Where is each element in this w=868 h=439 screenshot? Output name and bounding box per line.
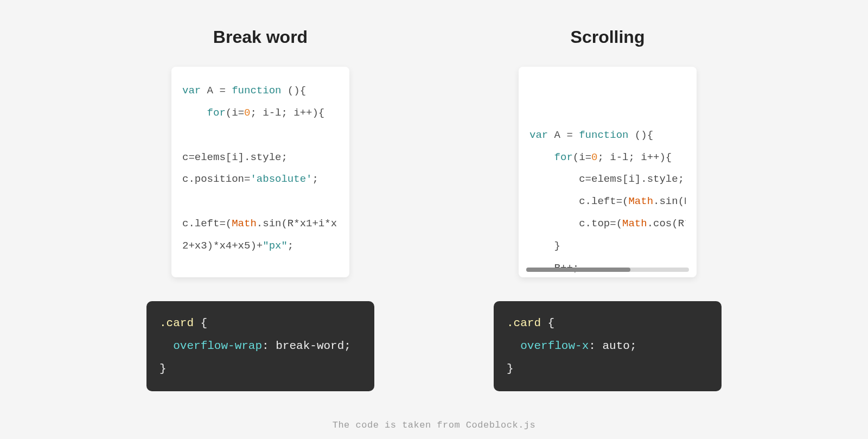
css-snippet-break: .card { overflow-wrap: break-word; } — [146, 301, 374, 391]
code-token: Math — [232, 218, 257, 230]
code-token: (i= — [573, 151, 591, 163]
css-property: overflow-wrap — [173, 340, 262, 352]
code-token: c.top=( — [529, 218, 622, 230]
code-token: Math — [628, 195, 653, 207]
columns-wrap: Break word var A = function (){ for(i=0;… — [0, 0, 868, 391]
code-token: c.position= — [182, 173, 250, 185]
css-value: break-word — [276, 340, 344, 352]
code-token: (i= — [226, 107, 244, 119]
css-selector: .card — [159, 317, 194, 329]
code-token: 'absolute' — [250, 173, 312, 185]
code-token: A = — [554, 129, 579, 141]
code-card-scroll[interactable]: var A = function (){ for(i=0; i-l; i++){… — [519, 67, 697, 277]
code-token: (){ — [288, 85, 306, 97]
code-token: } — [529, 240, 560, 252]
code-token: function — [579, 129, 635, 141]
column-break-word: Break word var A = function (){ for(i=0;… — [146, 27, 374, 391]
code-token: Math — [622, 218, 647, 230]
code-token: for — [207, 107, 226, 119]
code-token: c.left=( — [182, 218, 232, 230]
code-token: 0 — [244, 107, 250, 119]
code-token: ; i-l; i++){ — [250, 107, 324, 119]
code-token: ; i-l; i++){ — [597, 151, 672, 163]
code-token: var — [182, 85, 207, 97]
code-token: ; — [312, 173, 318, 185]
code-token — [529, 151, 554, 163]
css-selector: .card — [507, 317, 541, 329]
column-title: Break word — [213, 27, 308, 47]
footnote: The code is taken from Codeblock.js — [0, 420, 868, 430]
code-token: c.left=( — [529, 195, 628, 207]
code-token — [182, 107, 207, 119]
code-token: c=elems[i].style; — [182, 151, 288, 163]
css-snippet-scroll: .card { overflow-x: auto; } — [494, 301, 722, 391]
code-token: var — [529, 129, 554, 141]
horizontal-scrollbar[interactable] — [526, 268, 689, 272]
code-token: "px" — [263, 240, 288, 252]
css-property: overflow-x — [520, 340, 589, 352]
code-card-break: var A = function (){ for(i=0; i-l; i++){… — [171, 67, 349, 277]
code-token: 0 — [591, 151, 597, 163]
code-token: A = — [207, 85, 232, 97]
code-token: for — [554, 151, 573, 163]
code-token: .cos(R*y1+i*y2+y3)*y4+y5)+"px"; — [647, 218, 686, 230]
code-token: .sin(R*x1+i*x2+x3)*x4+x5)+"px"; — [653, 195, 686, 207]
code-token: c=elems[i].style; — [529, 173, 684, 185]
css-value: auto — [602, 340, 629, 352]
column-scrolling: Scrolling var A = function (){ for(i=0; … — [494, 27, 722, 391]
code-token: (){ — [635, 129, 653, 141]
column-title: Scrolling — [571, 27, 645, 47]
code-token: function — [232, 85, 288, 97]
code-token: ; — [288, 240, 293, 252]
